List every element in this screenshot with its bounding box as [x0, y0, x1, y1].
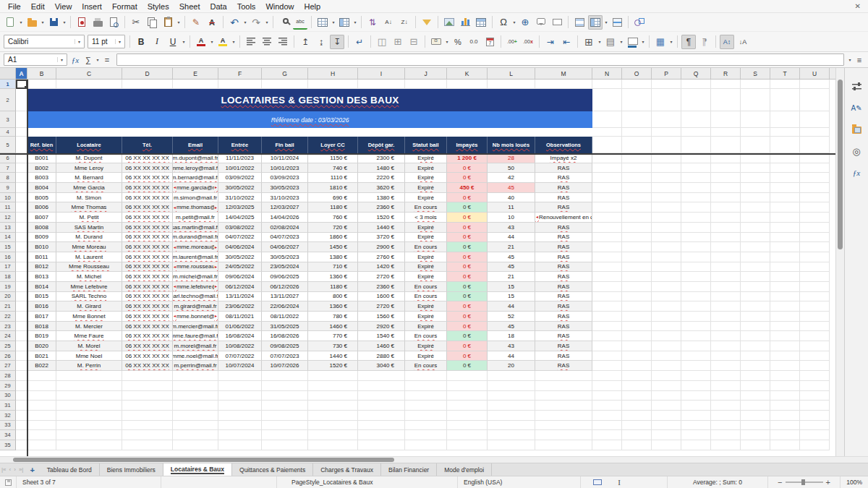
cell-E23[interactable]: m.mercier@mail.fr	[173, 322, 218, 332]
cell-D19[interactable]: 06 XX XX XX XX	[122, 282, 173, 292]
row-header-6[interactable]: 6	[0, 153, 16, 163]
cell-L9[interactable]: 45	[488, 183, 535, 193]
cell-I14[interactable]: 3720 €	[358, 233, 405, 243]
cell-G14[interactable]: 04/07/2023	[262, 233, 308, 243]
cell-C21[interactable]: M. Girard	[56, 301, 122, 312]
cell-E27[interactable]: m.perrin@mail.fr	[173, 361, 218, 371]
clone-formatting-icon[interactable]: ✎	[189, 15, 203, 30]
underline-dropdown-icon[interactable]: ▾	[181, 39, 187, 44]
last-sheet-icon[interactable]: »|	[17, 466, 25, 473]
cell-C6[interactable]: M. Dupont	[56, 153, 122, 163]
formula-icon[interactable]: =	[101, 53, 114, 67]
cell-L15[interactable]: 21	[488, 242, 535, 252]
cell-D27[interactable]: 06 XX XX XX XX	[122, 361, 173, 371]
column-header-C[interactable]: C	[56, 68, 122, 79]
cell-E25[interactable]: m.morel@mail.fr	[173, 341, 218, 351]
special-character-icon[interactable]: Ω	[496, 15, 511, 30]
header-cell-L5[interactable]: Nb mois loués	[488, 137, 535, 153]
cell-E8[interactable]: m.bernard@mail.fr	[173, 173, 218, 183]
borders-dropdown-icon[interactable]: ▾	[597, 39, 603, 44]
cell-I13[interactable]: 1440 €	[358, 223, 405, 233]
cell-G20[interactable]: 13/11/2027	[262, 292, 308, 302]
cell-E6[interactable]: m.dupont@mail.fr	[173, 153, 218, 163]
cell-F23[interactable]: 01/06/2022	[218, 322, 262, 332]
cell-H24[interactable]: 770 €	[308, 331, 358, 341]
cell-L25[interactable]: 43	[488, 341, 535, 351]
cell-E22[interactable]: ◄mme.bonnet@mail.fr►	[173, 312, 218, 322]
header-cell-D5[interactable]: Tél.	[122, 137, 173, 153]
cell-M8[interactable]: RAS	[535, 173, 592, 183]
menu-view[interactable]: View	[50, 1, 77, 12]
close-document-icon[interactable]: ✕	[851, 2, 865, 10]
selection-rectangle-icon[interactable]	[590, 475, 605, 488]
print-preview-icon[interactable]	[106, 15, 121, 30]
column-header-U[interactable]: U	[800, 68, 830, 79]
cell-L10[interactable]: 40	[488, 193, 535, 203]
cell-M10[interactable]: RAS	[535, 193, 592, 203]
cell-C24[interactable]: Mme Faure	[56, 331, 122, 341]
decrease-indent-icon[interactable]: ⇤	[559, 35, 574, 49]
cell-I10[interactable]: 1380 €	[358, 193, 405, 203]
cell-F24[interactable]: 16/08/2024	[218, 331, 262, 341]
cell-F21[interactable]: 23/06/2022	[218, 301, 262, 312]
header-cell-B5[interactable]: Réf. bien	[27, 137, 56, 153]
column-header-P[interactable]: P	[652, 68, 681, 79]
left-to-right-icon[interactable]: ¶	[681, 35, 696, 49]
cell-H8[interactable]: 1110 €	[308, 173, 358, 183]
cell-H14[interactable]: 1860 €	[308, 233, 358, 243]
cell-G16[interactable]: 30/05/2023	[262, 252, 308, 262]
cell-C10[interactable]: M. Simon	[56, 193, 122, 203]
row-header-14[interactable]: 14	[0, 233, 16, 243]
format-currency-dropdown-icon[interactable]: ▾	[444, 39, 450, 44]
cell-D10[interactable]: 06 XX XX XX XX	[122, 193, 173, 203]
row-header-15[interactable]: 15	[0, 242, 16, 252]
open-dropdown-icon[interactable]: ▾	[40, 20, 46, 25]
cell-D11[interactable]: 06 XX XX XX XX	[122, 202, 173, 213]
cell-J19[interactable]: En cours	[405, 282, 447, 292]
save-dropdown-icon[interactable]: ▾	[61, 20, 67, 25]
cell-B11[interactable]: B006	[27, 202, 56, 213]
cell-J27[interactable]: En cours	[405, 361, 447, 371]
cell-C20[interactable]: SARL Techno	[56, 292, 122, 302]
row-header-5[interactable]: 5	[0, 137, 16, 153]
functions-icon[interactable]: ƒx	[848, 165, 864, 181]
cell-L13[interactable]: 43	[488, 223, 535, 233]
column-header-L[interactable]: L	[488, 68, 535, 79]
cell-F16[interactable]: 30/05/2022	[218, 252, 262, 262]
cell-K17[interactable]: 0 €	[447, 262, 488, 273]
new-icon[interactable]	[3, 15, 17, 30]
cell-I21[interactable]: 2720 €	[358, 301, 405, 312]
cell-I22[interactable]: 1560 €	[358, 312, 405, 322]
select-all-corner[interactable]	[0, 68, 16, 79]
cell-C18[interactable]: M. Michel	[56, 272, 122, 282]
cell-D14[interactable]: 06 XX XX XX XX	[122, 233, 173, 243]
sheet-title-cell[interactable]: LOCATAIRES & GESTION DES BAUX	[27, 89, 592, 111]
row-dropdown-icon[interactable]: ▾	[331, 20, 336, 25]
row-header-11[interactable]: 11	[0, 202, 16, 213]
delete-decimal-icon[interactable]: .00x	[521, 35, 535, 49]
cell-K8[interactable]: 0 €	[447, 173, 488, 183]
cell-H26[interactable]: 1440 €	[308, 351, 358, 361]
cell-E11[interactable]: ◄mme.thomas@mail.fr►	[173, 202, 218, 213]
cell-M22[interactable]: RAS	[535, 312, 592, 322]
copy-icon[interactable]	[145, 15, 159, 30]
export-pdf-icon[interactable]	[75, 15, 89, 30]
cell-I9[interactable]: 3620 €	[358, 183, 405, 193]
cell-C27[interactable]: M. Perrin	[56, 361, 122, 371]
cell-L6[interactable]: 28	[488, 153, 535, 163]
column-header-I[interactable]: I	[358, 68, 405, 79]
row-header-4[interactable]: 4	[0, 128, 16, 137]
cell-K7[interactable]: 0 €	[447, 163, 488, 174]
border-style-icon[interactable]: ▤	[603, 35, 618, 49]
headers-footers-icon[interactable]	[572, 15, 587, 30]
cell-D25[interactable]: 06 XX XX XX XX	[122, 341, 173, 351]
sheet-tab-locataires-baux[interactable]: Locataires & Baux	[163, 463, 232, 476]
cell-K11[interactable]: 0 €	[447, 202, 488, 213]
cell-K12[interactable]: 0 €	[447, 213, 488, 223]
cell-L27[interactable]: 20	[488, 361, 535, 371]
cell-L19[interactable]: 15	[488, 282, 535, 292]
column-header-A[interactable]: A	[16, 68, 27, 79]
cell-F22[interactable]: 08/11/2021	[218, 312, 262, 322]
undo-icon[interactable]: ↶	[227, 15, 242, 30]
cell-J12[interactable]: < 3 mois	[405, 213, 447, 223]
